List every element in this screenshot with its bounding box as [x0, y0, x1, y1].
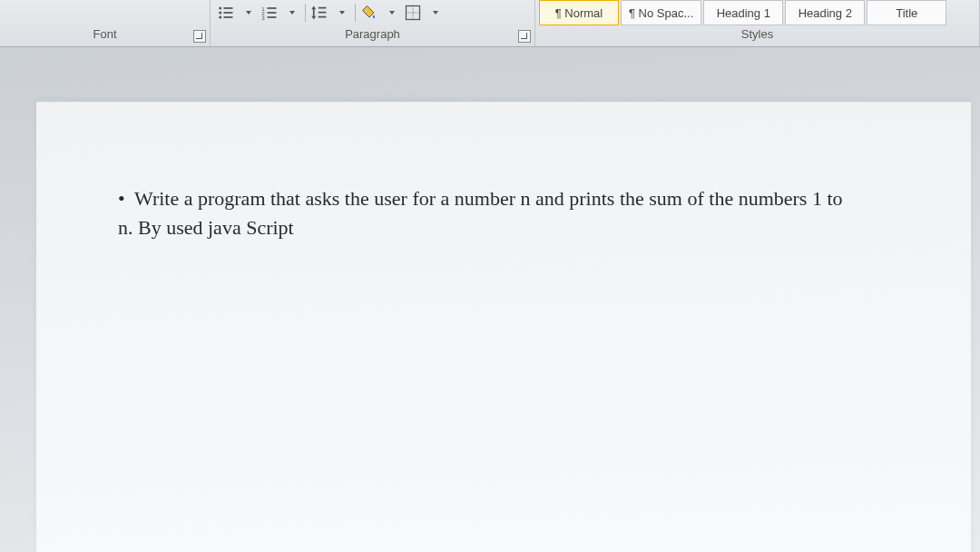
ribbon-toolbar: Font 123 Pa	[0, 0, 980, 47]
svg-rect-15	[318, 16, 327, 18]
svg-rect-13	[318, 7, 327, 9]
style-heading-1-label: Heading 1	[717, 6, 770, 20]
bullet-list-icon[interactable]	[216, 3, 236, 23]
shading-icon[interactable]	[359, 3, 379, 23]
style-title[interactable]: Title	[867, 0, 946, 25]
svg-point-4	[219, 16, 221, 19]
bullet-text: Write a program that asks the user for a…	[118, 187, 843, 239]
line-spacing-icon[interactable]	[309, 3, 329, 23]
svg-rect-1	[224, 7, 233, 9]
paragraph-dialog-launcher[interactable]	[518, 30, 531, 43]
svg-rect-7	[268, 7, 277, 9]
divider	[355, 4, 356, 22]
borders-dropdown[interactable]	[425, 3, 445, 23]
number-list-dropdown[interactable]	[281, 3, 301, 23]
svg-point-2	[219, 12, 221, 15]
font-group: Font	[0, 0, 211, 46]
borders-icon[interactable]	[403, 3, 423, 23]
style-heading-2[interactable]: Heading 2	[785, 0, 865, 25]
style-no-spacing[interactable]: ¶ No Spac...	[621, 0, 701, 25]
svg-rect-9	[268, 12, 277, 14]
style-no-spacing-label: ¶ No Spac...	[629, 6, 693, 20]
svg-rect-3	[224, 12, 233, 14]
divider	[305, 4, 306, 22]
font-dialog-launcher[interactable]	[193, 30, 206, 43]
number-list-icon[interactable]: 123	[260, 3, 279, 23]
styles-group: ¶ Normal ¶ No Spac... Heading 1 Heading …	[535, 0, 980, 46]
style-normal-label: ¶ Normal	[555, 6, 603, 20]
line-spacing-dropdown[interactable]	[331, 3, 351, 23]
document-page[interactable]: •Write a program that asks the user for …	[36, 102, 971, 552]
svg-rect-14	[318, 12, 327, 14]
svg-point-0	[219, 7, 221, 10]
svg-text:3: 3	[261, 15, 265, 21]
styles-group-label: Styles	[535, 25, 979, 44]
bullet-glyph: •	[118, 184, 134, 213]
style-normal[interactable]: ¶ Normal	[539, 0, 619, 25]
style-heading-2-label: Heading 2	[799, 6, 852, 20]
svg-rect-11	[268, 16, 277, 18]
paragraph-group-icons: 123	[211, 0, 534, 25]
document-area: •Write a program that asks the user for …	[0, 47, 980, 552]
bullet-list-dropdown[interactable]	[238, 3, 258, 23]
paragraph-group-label: Paragraph	[211, 25, 534, 44]
style-title-label: Title	[896, 6, 917, 20]
paragraph-group: 123 Paragraph	[211, 0, 535, 46]
font-group-icons	[0, 0, 210, 25]
font-group-label: Font	[0, 25, 210, 44]
svg-rect-12	[313, 8, 315, 17]
bullet-paragraph: •Write a program that asks the user for …	[118, 184, 862, 242]
svg-rect-5	[224, 16, 233, 18]
shading-dropdown[interactable]	[381, 3, 401, 23]
style-heading-1[interactable]: Heading 1	[703, 0, 783, 25]
styles-gallery: ¶ Normal ¶ No Spac... Heading 1 Heading …	[535, 0, 979, 25]
